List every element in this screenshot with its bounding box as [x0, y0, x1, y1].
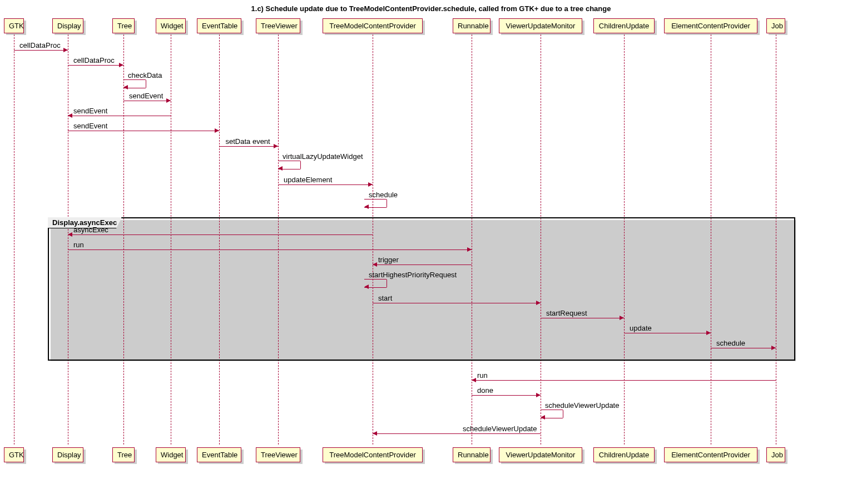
- participant-ViewerUpdateMonitor: ViewerUpdateMonitor: [499, 18, 582, 33]
- participant-TreeModelContentProvider-bottom: TreeModelContentProvider: [323, 447, 423, 462]
- participant-ElementContentProvider-bottom: ElementContentProvider: [664, 447, 757, 462]
- message-9: schedule: [369, 191, 398, 199]
- participant-ElementContentProvider: ElementContentProvider: [664, 18, 757, 33]
- participant-ChildrenUpdate-bottom: ChildrenUpdate: [593, 447, 655, 462]
- participant-GTK: GTK: [4, 18, 24, 33]
- participant-TreeViewer: TreeViewer: [256, 18, 300, 33]
- message-17: schedule: [716, 339, 745, 347]
- message-15: startRequest: [546, 309, 587, 317]
- message-12: trigger: [378, 256, 399, 264]
- participant-EventTable: EventTable: [197, 18, 241, 33]
- message-13: startHighestPriorityRequest: [369, 271, 457, 279]
- participant-TreeViewer-bottom: TreeViewer: [256, 447, 300, 462]
- participant-Runnable: Runnable: [453, 18, 491, 33]
- message-14: start: [378, 294, 392, 302]
- participant-GTK-bottom: GTK: [4, 447, 24, 462]
- lifeline-GTK: [14, 34, 14, 445]
- message-6: setData event: [226, 137, 270, 146]
- message-5: sendEvent: [73, 122, 107, 130]
- message-18: run: [477, 371, 488, 380]
- message-4: sendEvent: [73, 107, 107, 115]
- participant-TreeModelContentProvider: TreeModelContentProvider: [323, 18, 423, 33]
- participant-Display-bottom: Display: [52, 447, 83, 462]
- participant-ViewerUpdateMonitor-bottom: ViewerUpdateMonitor: [499, 447, 582, 462]
- message-0: cellDataProc: [19, 41, 61, 49]
- participant-Tree-bottom: Tree: [112, 447, 135, 462]
- message-10: asyncExec: [73, 226, 108, 234]
- message-1: cellDataProc: [73, 56, 115, 64]
- participant-Job-bottom: Job: [766, 447, 785, 462]
- message-2: checkData: [128, 71, 162, 79]
- participant-Widget: Widget: [156, 18, 186, 33]
- participant-Tree: Tree: [112, 18, 135, 33]
- participant-EventTable-bottom: EventTable: [197, 447, 241, 462]
- frame-asyncexec: [48, 217, 795, 361]
- message-19: done: [477, 386, 493, 395]
- message-8: updateElement: [284, 176, 332, 184]
- message-11: run: [73, 241, 84, 249]
- participant-Job: Job: [766, 18, 785, 33]
- participant-Display: Display: [52, 18, 83, 33]
- participant-Widget-bottom: Widget: [156, 447, 186, 462]
- participant-ChildrenUpdate: ChildrenUpdate: [593, 18, 655, 33]
- message-16: update: [630, 324, 652, 332]
- message-20: scheduleViewerUpdate: [545, 401, 619, 410]
- message-21: scheduleViewerUpdate: [463, 425, 537, 433]
- message-7: virtualLazyUpdateWidget: [283, 152, 363, 161]
- message-3: sendEvent: [129, 92, 163, 100]
- participant-Runnable-bottom: Runnable: [453, 447, 491, 462]
- diagram-title: 1.c) Schedule update due to TreeModelCon…: [0, 4, 862, 13]
